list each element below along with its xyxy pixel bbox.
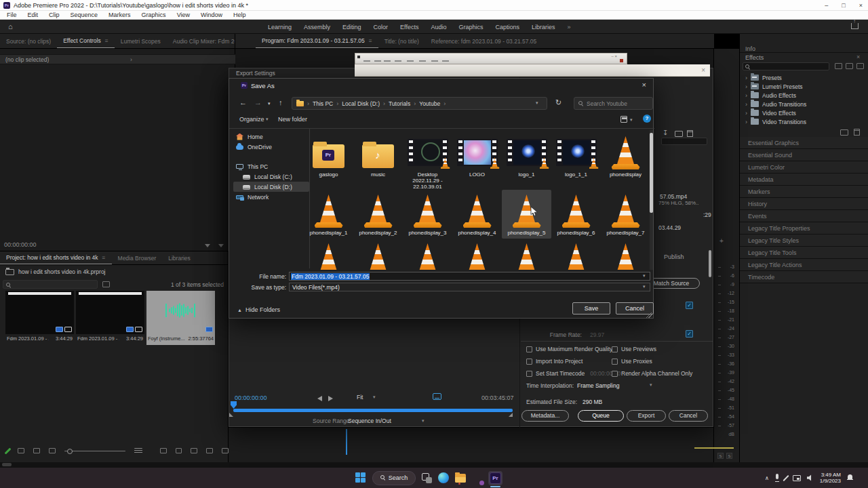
tab-audio-clip-mixer-fdm-2023-01-20[interactable]: Audio Clip Mixer: Fdm 2023.01.20	[167, 34, 235, 48]
chevron-down-icon[interactable]: ▾	[630, 117, 633, 123]
file-item-partial[interactable]	[601, 239, 650, 270]
hide-folders-button[interactable]: Hide Folders	[245, 306, 280, 313]
breadcrumb-segment-local-disk-d[interactable]: Local Disk (D:)	[342, 100, 380, 107]
delete-preset-icon[interactable]	[687, 130, 693, 137]
notifications-icon[interactable]	[847, 474, 853, 481]
tab-media-browser[interactable]: Media Browser	[112, 251, 163, 264]
automate-sequence-icon[interactable]	[160, 448, 167, 453]
file-item-logo-1[interactable]: logo_1	[502, 131, 551, 190]
tab-program-fdm-2023-01-09-03-21-57-05[interactable]: Program: Fdm 2023.01.09 - 03.21.57.05≡	[256, 34, 378, 48]
export-option-use-previews[interactable]: Use Previews	[612, 346, 656, 352]
monitor-icon[interactable]	[433, 393, 441, 400]
effects-filter-icon[interactable]	[846, 63, 853, 69]
file-item-partial[interactable]	[353, 239, 403, 270]
scrollbar-thumb[interactable]	[709, 250, 711, 277]
panel-history[interactable]: History	[740, 198, 868, 210]
clear-icon[interactable]	[222, 448, 229, 453]
tab-title-no-title[interactable]: Title: (no title)	[378, 34, 425, 48]
panel-legacy-title-tools[interactable]: Legacy Title Tools	[740, 247, 868, 259]
freeform-view-icon[interactable]	[49, 448, 56, 453]
menu-window[interactable]: Window	[195, 12, 228, 18]
sidebar-item-this-pc[interactable]: This PC	[233, 161, 309, 171]
tray-chevron-icon[interactable]: ∧	[765, 475, 769, 481]
search-input[interactable]: Search Youtube	[574, 97, 653, 110]
scrollbar-thumb[interactable]	[650, 133, 653, 213]
file-item-logo[interactable]: LOGO	[452, 131, 502, 190]
panel-lumetri-color[interactable]: Lumetri Color	[740, 161, 868, 174]
export-checkbox-checked[interactable]: ✓	[686, 302, 693, 309]
plus-icon[interactable]: +	[719, 237, 724, 245]
file-item-phonedisplay-5[interactable]: phonedisplay_5	[502, 190, 551, 239]
up-button[interactable]: ↑	[279, 98, 283, 106]
sidebar-item-local-disk-c[interactable]: Local Disk (C:)	[233, 171, 309, 182]
view-mode-icon[interactable]	[620, 116, 627, 123]
save-preset-icon[interactable]: ↧	[663, 129, 668, 136]
panel-control-icon[interactable]	[205, 244, 210, 247]
file-item-phonedisplay-1[interactable]: phonedisplay_1	[304, 190, 353, 239]
file-item-phonedisplay-2[interactable]: phonedisplay_2	[353, 190, 403, 239]
panel-timecode[interactable]: Timecode	[740, 271, 868, 283]
forward-button[interactable]: →	[254, 98, 262, 106]
project-item-1[interactable]: Fdm 2023.01.09 - ..3:44:29	[5, 291, 74, 345]
effects-tree-audio-effects[interactable]: ›Audio Effects	[740, 91, 868, 100]
menu-edit[interactable]: Edit	[22, 12, 44, 18]
new-item-icon[interactable]	[206, 448, 213, 453]
share-export-icon[interactable]	[851, 23, 859, 29]
bin-view-icon[interactable]	[102, 281, 110, 287]
export-option-use-maximum-render-quality[interactable]: Use Maximum Render Quality	[526, 346, 612, 352]
sidebar-item-onedrive[interactable]: OneDrive	[233, 142, 309, 152]
file-item-phonedisplay-4[interactable]: phonedisplay_4	[452, 190, 502, 239]
breadcrumb-segment-youtube[interactable]: Youtube	[419, 100, 440, 107]
workspace-overflow-icon[interactable]: »	[561, 24, 577, 30]
refresh-icon[interactable]: ↻	[555, 98, 561, 107]
find-icon[interactable]	[176, 448, 182, 453]
effects-tree-lumetri-presets[interactable]: ›Lumetri Presets	[740, 82, 868, 91]
tab-project-how-i-edit-shorts-video-in-4k[interactable]: Project: how i edit shorts video in 4k≡	[0, 251, 112, 264]
effects-filter-icon[interactable]	[835, 63, 842, 69]
panel-control-icon[interactable]	[218, 244, 224, 247]
workspace-tab-libraries[interactable]: Libraries	[526, 24, 561, 30]
in-point-icon[interactable]	[317, 396, 322, 401]
sidebar-item-home[interactable]: Home	[233, 131, 309, 142]
icon-view-icon[interactable]	[33, 448, 40, 453]
save-button[interactable]: Save	[572, 302, 610, 314]
speaker-icon[interactable]	[807, 474, 814, 481]
chevron-down-icon[interactable]: ▾	[536, 100, 538, 106]
new-folder-button[interactable]: New folder	[278, 116, 307, 123]
effects-tree-audio-transitions[interactable]: ›Audio Transitions	[740, 100, 868, 108]
export-option-import-into-project[interactable]: Import Into Project	[526, 358, 583, 365]
panel-markers[interactable]: Markers	[740, 186, 868, 198]
export-option-use-proxies[interactable]: Use Proxies	[612, 358, 652, 365]
file-item-partial[interactable]	[551, 239, 601, 270]
effects-tree-presets[interactable]: ›Presets	[740, 73, 868, 82]
file-item-logo-1-1[interactable]: logo_1_1	[551, 131, 601, 190]
cast-icon[interactable]	[793, 475, 801, 481]
tab-source-no-clips[interactable]: Source: (no clips)	[0, 34, 57, 48]
effects-filter-icon[interactable]	[856, 63, 864, 69]
source-range-select[interactable]: Sequence In/Out	[348, 418, 391, 424]
file-item-desktop-2022-11-29-22-10-39-01[interactable]: Desktop 2022.11.29 - 22.10.39.01	[403, 131, 452, 190]
maximize-button[interactable]: □	[842, 2, 845, 9]
file-item-phonedisplay-6[interactable]: phonedisplay_6	[551, 190, 601, 239]
microphone-icon[interactable]	[775, 474, 779, 482]
tab-reference-fdm-2023-01-09-03-21-57-05[interactable]: Reference: fdm 2023.01.09 - 03.21.57.05	[425, 34, 542, 48]
close-button[interactable]: ×	[859, 2, 863, 9]
file-item-partial[interactable]	[452, 239, 502, 270]
effects-panel-tab[interactable]: Effects	[745, 54, 764, 61]
effects-tree-video-transitions[interactable]: ›Video Transitions	[740, 117, 868, 126]
tab-libraries[interactable]: Libraries	[162, 251, 197, 264]
clock[interactable]: 3:49 AM 1/9/2023	[820, 472, 841, 484]
start-button[interactable]	[355, 472, 366, 483]
panel-legacy-title-properties[interactable]: Legacy Title Properties	[740, 222, 868, 235]
workspace-tab-editing[interactable]: Editing	[336, 24, 368, 30]
vlc-icon[interactable]	[472, 472, 482, 484]
menu-clip[interactable]: Clip	[43, 12, 65, 18]
breadcrumb-segment-tutorials[interactable]: Tutorials	[389, 100, 410, 107]
organize-button[interactable]: Organize	[239, 116, 264, 123]
file-item-phonedisplay-3[interactable]: phonedisplay_3	[403, 190, 452, 239]
resize-grip[interactable]	[646, 312, 652, 318]
menu-graphics[interactable]: Graphics	[136, 12, 172, 18]
new-bin-icon[interactable]	[191, 448, 197, 453]
export-checkbox-checked[interactable]: ✓	[686, 330, 693, 338]
file-name-input[interactable]: Fdm 2023.01.09 - 03.21.57.05	[289, 272, 650, 281]
